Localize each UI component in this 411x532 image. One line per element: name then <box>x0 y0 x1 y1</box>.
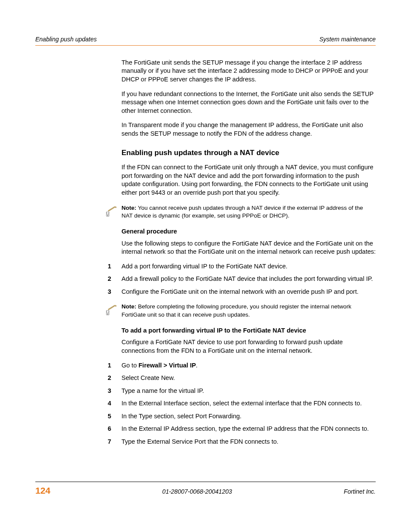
ordered-list: 1 Go to Firewall > Virtual IP. 2Select C… <box>101 361 376 446</box>
note-block: Note: You cannot receive push updates th… <box>101 204 376 220</box>
section-heading: Enabling push updates through a NAT devi… <box>121 148 376 158</box>
note-label: Note: <box>121 205 137 211</box>
note-block: Note: Before completing the following pr… <box>101 303 376 318</box>
list-item: 1Add a port forwarding virtual IP to the… <box>101 262 376 271</box>
step-text: In the External Interface section, selec… <box>121 399 376 408</box>
paragraph: If you have redundant connections to the… <box>121 90 376 115</box>
step-number: 4 <box>101 399 121 408</box>
step-text: Select Create New. <box>121 374 376 383</box>
list-item: 5In the Type section, select Port Forwar… <box>101 412 376 421</box>
step-text: Add a firewall policy to the FortiGate N… <box>121 275 376 283</box>
step-text: In the Type section, select Port Forward… <box>121 412 376 421</box>
running-header: Enabling push updates System maintenance <box>35 35 376 45</box>
step-text: In the External IP Address section, type… <box>121 425 376 433</box>
step-number: 2 <box>101 374 121 383</box>
paragraph: The FortiGate unit sends the SETUP messa… <box>121 59 376 84</box>
note-label: Note: <box>121 303 137 310</box>
paragraph: In Transparent mode if you change the ma… <box>121 121 376 138</box>
paragraph: If the FDN can connect to the FortiGate … <box>121 163 376 197</box>
step-number: 1 <box>101 262 121 271</box>
list-item: 1 Go to Firewall > Virtual IP. <box>101 361 376 370</box>
list-item: 2Add a firewall policy to the FortiGate … <box>101 275 376 283</box>
step-fragment: Go to <box>121 362 139 369</box>
step-text: Configure the FortiGate unit on the inte… <box>121 288 376 296</box>
step-text: Type a name for the virtual IP. <box>121 387 376 395</box>
menu-path: Firewall > Virtual IP <box>139 362 196 369</box>
page-footer: 124 01-28007-0068-20041203 Fortinet Inc. <box>35 482 376 497</box>
step-number: 3 <box>101 387 121 395</box>
paragraph: Use the following steps to configure the… <box>121 240 376 256</box>
step-number: 5 <box>101 412 121 421</box>
document-id: 01-28007-0068-20041203 <box>162 488 232 496</box>
subheading: General procedure <box>121 227 376 236</box>
step-fragment: . <box>196 362 198 369</box>
step-number: 3 <box>101 288 121 296</box>
note-pencil-icon <box>101 303 121 317</box>
list-item: 7Type the External Service Port that the… <box>101 438 376 446</box>
paragraph: Configure a FortiGate NAT device to use … <box>121 338 376 355</box>
note-text: Note: Before completing the following pr… <box>121 303 376 318</box>
step-number: 7 <box>101 438 121 446</box>
list-item: 4In the External Interface section, sele… <box>101 399 376 408</box>
note-content: You cannot receive push updates through … <box>121 205 363 219</box>
page-number: 124 <box>35 485 50 497</box>
note-text: Note: You cannot receive push updates th… <box>121 204 376 220</box>
subheading: To add a port forwarding virtual IP to t… <box>121 327 376 335</box>
body-column: The FortiGate unit sends the SETUP messa… <box>121 59 376 446</box>
list-item: 2Select Create New. <box>101 374 376 383</box>
footer-rule <box>35 482 376 482</box>
step-text: Type the External Service Port that the … <box>121 438 376 446</box>
note-pencil-icon <box>101 204 121 218</box>
list-item: 6In the External IP Address section, typ… <box>101 425 376 433</box>
step-text: Go to Firewall > Virtual IP. <box>121 361 376 370</box>
company-name: Fortinet Inc. <box>344 488 376 496</box>
header-rule <box>35 45 376 46</box>
header-right: System maintenance <box>319 35 376 44</box>
note-content: Before completing the following procedur… <box>121 303 352 317</box>
step-number: 2 <box>101 275 121 283</box>
step-number: 6 <box>101 425 121 433</box>
step-text: Add a port forwarding virtual IP to the … <box>121 262 376 271</box>
header-left: Enabling push updates <box>35 35 97 44</box>
ordered-list: 1Add a port forwarding virtual IP to the… <box>101 262 376 296</box>
footer-row: 124 01-28007-0068-20041203 Fortinet Inc. <box>35 485 376 497</box>
list-item: 3Type a name for the virtual IP. <box>101 387 376 395</box>
step-number: 1 <box>101 361 121 370</box>
document-page: Enabling push updates System maintenance… <box>0 0 411 532</box>
list-item: 3Configure the FortiGate unit on the int… <box>101 288 376 296</box>
